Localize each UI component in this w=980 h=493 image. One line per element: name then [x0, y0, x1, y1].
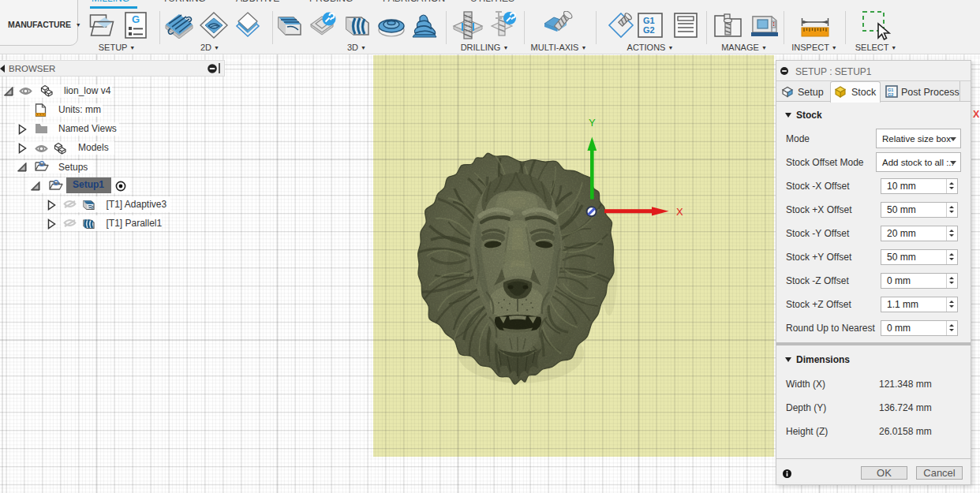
svg-text:G2: G2 — [888, 92, 893, 97]
svg-text:G1: G1 — [888, 88, 893, 92]
svg-text:X: X — [676, 206, 683, 218]
svg-text:G2: G2 — [643, 25, 655, 35]
svg-text:Y: Y — [589, 117, 596, 129]
svg-text:G1: G1 — [643, 16, 655, 25]
svg-text:G: G — [132, 13, 140, 25]
